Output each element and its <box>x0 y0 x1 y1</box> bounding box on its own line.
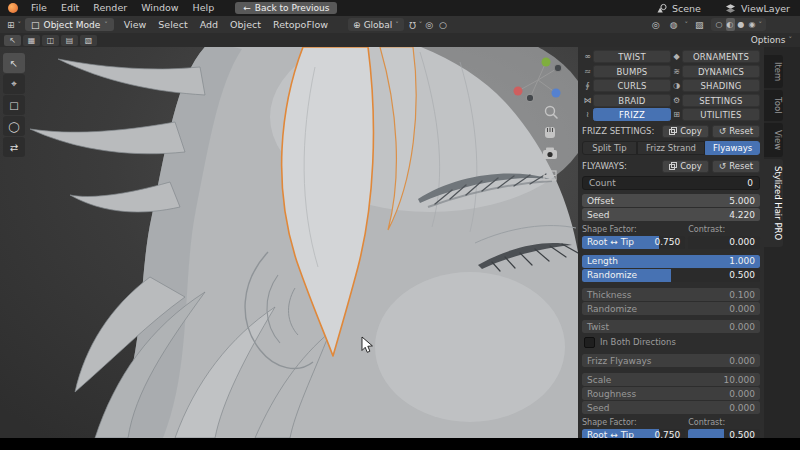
settings-button[interactable]: SETTINGS <box>682 94 760 107</box>
flyaways-copy-button[interactable]: Copy <box>662 160 709 173</box>
shape-factor2-label: Shape Factor: <box>582 417 685 428</box>
shading-caret-icon[interactable]: ˅ <box>759 21 763 29</box>
contrast-label: Contrast: <box>688 224 760 235</box>
seed-field[interactable]: Seed 4.220 <box>582 208 760 221</box>
active-tool-icon[interactable]: ↖ <box>4 35 21 46</box>
copy-button[interactable]: Copy <box>662 125 709 138</box>
select-mode-4-icon[interactable]: ▧ <box>80 35 97 46</box>
editor-type-icon[interactable]: ⊞ <box>4 20 18 30</box>
gizmos-toggle-icon[interactable]: ◎ <box>649 20 663 30</box>
menu-render[interactable]: Render <box>86 0 134 16</box>
select-mode-1-icon[interactable]: ▦ <box>23 35 40 46</box>
axis-x-icon <box>514 87 523 96</box>
contrast-slider[interactable]: 0.000 <box>688 236 760 249</box>
options-dropdown[interactable]: Options ˅ <box>751 35 800 45</box>
scale-field[interactable]: Scale 10.000 <box>582 373 760 386</box>
tab-item[interactable]: Item <box>764 55 783 88</box>
seed2-field[interactable]: Seed 0.000 <box>582 401 760 414</box>
letterbox-bar <box>0 438 800 450</box>
shading-wireframe-icon[interactable]: ○ <box>715 18 724 31</box>
menu-view[interactable]: View <box>118 19 153 30</box>
proportional-edit-icon[interactable]: ○ <box>436 20 450 30</box>
tool-select-button[interactable]: ↖ <box>3 53 25 73</box>
tab-stylized-hair-pro[interactable]: Stylized Hair PRO <box>764 159 783 247</box>
shading-button[interactable]: SHADING <box>682 79 760 92</box>
blender-window: File Edit Render Window Help ← Back to P… <box>0 0 800 450</box>
flyaways-reset-button[interactable]: ↺ Reset <box>712 160 760 173</box>
axis-y-icon <box>542 58 551 67</box>
count-field[interactable]: Count 0 <box>582 176 760 190</box>
orientation-label: Global <box>364 20 393 30</box>
shading-mode-group: ○ ◐ ● ◉ ˅ <box>711 18 766 31</box>
twist-button[interactable]: TWIST <box>593 50 671 63</box>
frizz-flyaways-field[interactable]: Frizz Flyaways 0.000 <box>582 354 760 367</box>
menu-object[interactable]: Object <box>224 19 267 30</box>
tool-annotate-button[interactable]: ◯ <box>3 116 25 136</box>
copy-icon <box>669 127 677 135</box>
mode-selector-dropdown[interactable]: □ Object Mode ˅ <box>25 18 114 31</box>
menu-help[interactable]: Help <box>186 0 222 16</box>
tool-box-button[interactable]: □ <box>3 95 25 115</box>
frizz-button[interactable]: FRIZZ <box>593 108 671 121</box>
back-label: Back to Previous <box>255 3 330 13</box>
in-both-directions-checkbox[interactable] <box>584 337 595 348</box>
shape-factor-label: Shape Factor: <box>582 224 685 235</box>
contrast2-slider[interactable]: 0.500 <box>688 429 760 438</box>
menu-file[interactable]: File <box>24 0 54 16</box>
tool-transform-button[interactable]: ⇄ <box>3 137 25 157</box>
dynamics-button[interactable]: DYNAMICS <box>682 65 760 78</box>
thickness-randomize-field[interactable]: Randomize 0.000 <box>582 302 760 315</box>
pan-hand-icon[interactable] <box>545 127 555 138</box>
frizz-icon: ≀ <box>582 110 593 119</box>
utilities-icon: ⊞ <box>671 110 682 119</box>
reset-button[interactable]: ↺ Reset <box>712 125 760 138</box>
xray-toggle-icon[interactable]: ▨ <box>692 20 707 30</box>
shading-solid-icon[interactable]: ◐ <box>726 18 735 31</box>
twist-field[interactable]: Twist 0.000 <box>582 320 760 333</box>
offset-field[interactable]: Offset 5.000 <box>582 194 760 207</box>
back-to-previous-button[interactable]: ← Back to Previous <box>235 2 337 14</box>
root-tip-slider[interactable]: Root ↔ Tip0.750 <box>582 236 685 249</box>
snap-magnet-icon[interactable]: Ω <box>406 20 419 30</box>
tab-tool[interactable]: Tool <box>764 90 783 121</box>
blender-logo-icon[interactable] <box>8 3 18 13</box>
overlays-toggle-icon[interactable]: ◍ <box>667 20 681 30</box>
randomize-slider[interactable]: Randomize0.500 <box>582 269 760 282</box>
copy-icon <box>669 162 677 170</box>
menu-select[interactable]: Select <box>152 19 193 30</box>
utilities-button[interactable]: UTILITIES <box>682 108 760 121</box>
tab-frizz-strand[interactable]: Frizz Strand <box>637 141 705 155</box>
braid-button[interactable]: BRAID <box>593 94 671 107</box>
ornaments-icon: ◆ <box>671 52 682 61</box>
menu-add[interactable]: Add <box>194 19 224 30</box>
viewlayer-selector[interactable]: ViewLayer <box>741 3 790 14</box>
shading-rendered-icon[interactable]: ◉ <box>748 18 757 31</box>
thickness-field[interactable]: Thickness 0.100 <box>582 288 760 301</box>
menu-retopoflow[interactable]: RetopoFlow <box>267 19 334 30</box>
root-tip2-slider[interactable]: Root ↔ Tip0.750 <box>582 429 685 438</box>
settings-icon: ⚙ <box>671 96 682 105</box>
options-caret-icon: ˅ <box>789 36 793 44</box>
pivot-point-icon[interactable]: ◎ <box>422 20 436 30</box>
tab-view[interactable]: View <box>764 123 783 157</box>
tab-flyaways[interactable]: Flyaways <box>705 141 760 155</box>
bumps-button[interactable]: BUMPS <box>593 65 671 78</box>
globe-icon: ⊕ <box>353 20 361 30</box>
select-mode-2-icon[interactable]: ◫ <box>42 35 59 46</box>
contrast2-label: Contrast: <box>688 417 760 428</box>
shading-material-icon[interactable]: ● <box>737 18 746 31</box>
length-slider[interactable]: Length1.000 <box>582 255 760 268</box>
menu-window[interactable]: Window <box>134 0 185 16</box>
scene-selector[interactable]: Scene <box>672 3 701 14</box>
frizz-sub-tabs: Split Tip Frizz Strand Flyaways <box>582 141 760 155</box>
tool-cursor-button[interactable]: ⌖ <box>3 74 25 94</box>
ornaments-button[interactable]: ORNAMENTS <box>682 50 760 63</box>
transform-orientation-dropdown[interactable]: ⊕ Global ˅ <box>348 18 404 31</box>
viewlayer-icon <box>725 3 736 14</box>
curls-button[interactable]: CURLS <box>593 79 671 92</box>
tab-split-tip[interactable]: Split Tip <box>582 141 637 155</box>
roughness-field[interactable]: Roughness 0.000 <box>582 387 760 400</box>
select-mode-3-icon[interactable]: ▤ <box>61 35 78 46</box>
menu-edit[interactable]: Edit <box>54 0 86 16</box>
overlays-caret-icon[interactable]: ˅ <box>685 21 689 29</box>
